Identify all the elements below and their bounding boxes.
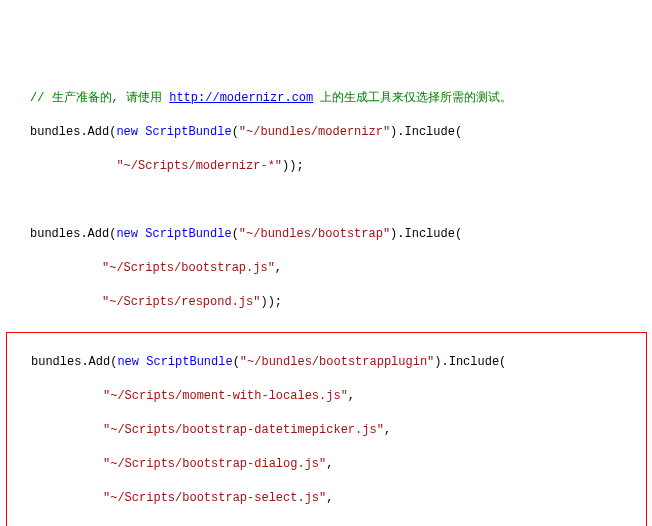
code-block: // 生产准备的, 请使用 http://modernizr.com 上的生成工…: [30, 73, 647, 526]
comment-prefix: // 生产准备的, 请使用: [30, 91, 169, 105]
file-path: "~/Scripts/bootstrap-datetimepicker.js": [103, 423, 384, 437]
code-line: "~/Scripts/moment-with-locales.js",: [7, 388, 646, 405]
file-path: "~/Scripts/bootstrap-dialog.js": [103, 457, 326, 471]
comment-line: // 生产准备的, 请使用 http://modernizr.com 上的生成工…: [30, 90, 647, 107]
code-line: bundles.Add(new ScriptBundle("~/bundles/…: [30, 226, 647, 243]
highlight-box-1: bundles.Add(new ScriptBundle("~/bundles/…: [6, 332, 647, 526]
code-line: "~/Scripts/bootstrap-dialog.js",: [7, 456, 646, 473]
file-path: "~/Scripts/respond.js": [102, 295, 260, 309]
comment-link[interactable]: http://modernizr.com: [169, 91, 313, 105]
code-line: "~/Scripts/bootstrap-datetimepicker.js",: [7, 422, 646, 439]
bundle-name: "~/bundles/modernizr": [239, 125, 390, 139]
file-path: "~/Scripts/bootstrap.js": [102, 261, 275, 275]
bundle-name: "~/bundles/bootstrap": [239, 227, 390, 241]
code-line: bundles.Add(new ScriptBundle("~/bundles/…: [7, 354, 646, 371]
kw-scriptbundle: ScriptBundle: [146, 355, 232, 369]
file-path: "~/Scripts/modernizr-*": [116, 159, 282, 173]
code-line: "~/Scripts/bootstrap-select.js",: [7, 490, 646, 507]
kw-new: new: [117, 355, 139, 369]
blank-line: [30, 192, 647, 209]
bundle-name: "~/bundles/bootstrapplugin": [240, 355, 434, 369]
kw-scriptbundle: ScriptBundle: [145, 227, 231, 241]
file-path: "~/Scripts/moment-with-locales.js": [103, 389, 348, 403]
kw-scriptbundle: ScriptBundle: [145, 125, 231, 139]
code-line: bundles.Add(new ScriptBundle("~/bundles/…: [30, 124, 647, 141]
file-path: "~/Scripts/bootstrap-select.js": [103, 491, 326, 505]
comment-suffix: 上的生成工具来仅选择所需的测试。: [313, 91, 519, 105]
code-line: "~/Scripts/respond.js"));: [30, 294, 647, 311]
code-line: "~/Scripts/modernizr-*"));: [30, 158, 647, 175]
kw-new: new: [116, 125, 138, 139]
code-line: "~/Scripts/bootstrap.js",: [30, 260, 647, 277]
kw-new: new: [116, 227, 138, 241]
